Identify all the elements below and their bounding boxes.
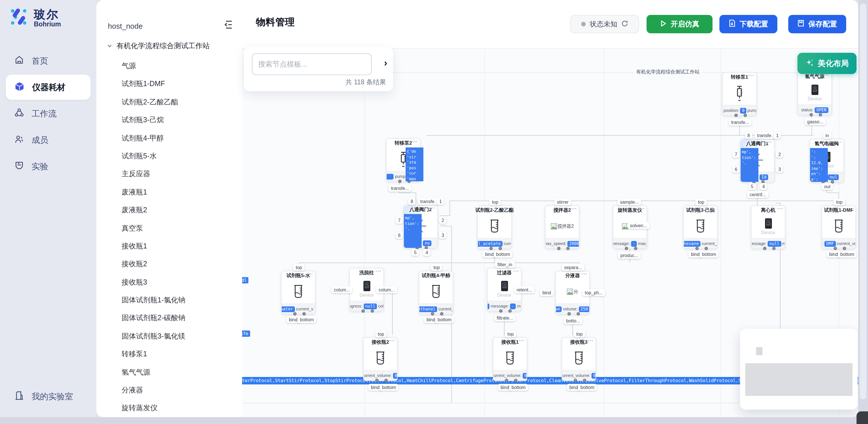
connector-dot[interactable]: › [577,312,580,315]
tree-item[interactable]: 主反应器 [122,165,242,184]
node-menu-icon[interactable]: ••• [848,207,854,211]
port-colum...[interactable]: colum... [331,286,352,293]
connector-dot[interactable]: › [499,247,502,250]
save-config-button[interactable]: 保存配置 [788,15,846,33]
port-4[interactable]: 4 [423,249,431,256]
port-gasso...[interactable]: gasso... [805,118,826,125]
node-menu-icon[interactable]: ••• [429,206,435,210]
port-bottom[interactable]: bottom [838,251,857,258]
node-menu-icon[interactable]: ••• [513,269,519,273]
connector-dot[interactable]: › [634,247,638,250]
flow-node-接收瓶2[interactable]: 接收瓶2•••current_volume:0››topbindbottom [363,337,398,381]
download-config-button[interactable]: 下载配置 [719,15,777,33]
port-transfe.[interactable]: transfe. [754,132,775,139]
connector-dot[interactable]: › [499,309,502,313]
connector-dot[interactable]: › [566,247,570,250]
port-filter_in[interactable]: filter_in [495,261,515,268]
node-menu-icon[interactable]: ••• [445,272,451,276]
flow-node-氢气电磁阀[interactable]: 氢气电磁阀•••Devicestatus:nul':':12.0,ime':en… [809,139,844,182]
connector-dot[interactable]: › [384,379,388,382]
port-bottom[interactable]: bottom [298,316,317,323]
tree-item[interactable]: 接收瓶1 [122,238,242,255]
flow-node-八通阀门2[interactable]: 八通阀门2•••status:nump',tion':'.››8transfe.… [403,205,438,248]
port-bottom[interactable]: bottom [700,251,719,258]
node-menu-icon[interactable]: ••• [571,207,577,211]
port-top[interactable]: top [574,331,585,337]
start-simulation-button[interactable]: 开启仿真 [647,15,713,33]
tree-item[interactable]: 氢气气源 [122,363,242,382]
port-sample...[interactable]: sample... [618,199,641,205]
flow-node-旋转蒸发仪[interactable]: 旋转蒸发仪•••旋转message:-max_››sample...solven… [613,205,647,249]
port-stirrer[interactable]: stirrer [555,199,571,205]
port-separa...[interactable]: separa... [562,264,585,271]
port-bind[interactable]: bind [540,289,554,296]
tree-item[interactable]: 接收瓶3 [122,273,242,292]
port-4[interactable]: 4 [760,183,768,190]
port-top[interactable]: top [695,199,707,205]
tree-item[interactable]: 固体试剂瓶3-氯化镁 [122,328,242,346]
port-6[interactable]: 6 [396,232,403,239]
flow-node-接收瓶1[interactable]: 接收瓶1•••current_volume:0››topbindbottom [493,337,527,381]
tree-item[interactable]: 试剂瓶1-DMF [122,75,242,93]
flow-node-转移泵1[interactable]: 转移泵1••• position:0pump››transfe... [722,72,757,116]
port-top[interactable]: top [431,264,442,271]
port-1[interactable]: 1 [774,132,781,139]
port-2[interactable]: 2 [439,217,447,224]
connector-dot[interactable]: › [293,312,297,315]
sidebar-item-3[interactable]: 成员 [6,127,91,153]
flow-node-转移泵2[interactable]: 转移泵2••• pump_info:{'de'vir'sta'pos'cur'm… [386,138,421,182]
node-menu-icon[interactable]: ••• [519,338,525,342]
port-transfe.[interactable]: transfe. [417,198,438,205]
collapse-panel-icon[interactable] [224,20,234,30]
flow-node-试剂瓶4-甲醇[interactable]: 试剂瓶4-甲醇•••methanolcurrent_››topbindbotto… [419,271,453,314]
port-8[interactable]: 8 [408,198,416,205]
port-bottom[interactable]: bottom [509,384,528,391]
connector-dot[interactable]: › [398,180,402,183]
refresh-icon[interactable] [621,20,628,28]
tree-item[interactable]: 试剂瓶5-水 [122,147,242,165]
sidebar-item-4[interactable]: 实验 [6,154,91,179]
connector-dot[interactable]: › [557,247,560,250]
port-out[interactable]: out [822,183,833,190]
connector-dot[interactable]: › [302,312,306,315]
flow-node-试剂瓶5-水[interactable]: 试剂瓶5-水•••watercurrent_v››topbindbottom [281,271,315,314]
port-6[interactable]: 6 [732,166,740,173]
connector-dot[interactable]: › [744,114,747,117]
port-retent...[interactable]: retent... [514,286,535,293]
status-badge[interactable]: 状态未知 [570,15,639,33]
flow-node-试剂瓶2-乙酸乙酯[interactable]: 试剂瓶2-乙酸乙酯•••hyl_acetatecurre››topbindbot… [477,205,512,249]
minimap-card[interactable] [740,329,858,410]
flow-node-试剂瓶3-己烷[interactable]: 试剂瓶3-己烷•••hexanecurrent_v››topbindbottom [683,205,718,249]
connector-dot[interactable]: › [625,247,628,250]
node-menu-icon[interactable]: ••• [777,207,783,211]
tree-item[interactable]: 气源 [122,57,242,75]
port-1[interactable]: 1 [437,198,444,205]
connector-dot[interactable]: › [505,379,508,382]
port-7[interactable]: 7 [732,151,740,158]
tree-root-node[interactable]: 有机化学流程综合测试工作站 [107,41,210,51]
tree-item[interactable]: 废液瓶2 [122,202,242,219]
connector-dot[interactable]: › [843,247,846,250]
connector-dot[interactable]: › [772,247,776,250]
tree-item[interactable]: 试剂瓶3-己烷 [122,111,242,129]
port-8[interactable]: 8 [745,132,753,139]
flow-node-试剂瓶1-DMF[interactable]: 试剂瓶1-DMF•••e:DMFcurrent_vol››topbindbott… [822,205,856,249]
port-produc...[interactable]: produc... [618,252,641,259]
connector-dot[interactable]: › [371,309,374,313]
port-centrif...[interactable]: centrif... [747,191,769,198]
connector-dot[interactable]: › [362,309,365,313]
port-transfe...[interactable]: transfe... [389,185,411,192]
port-bottom[interactable]: bottom [494,251,513,258]
node-menu-icon[interactable]: ••• [639,207,645,211]
node-menu-icon[interactable]: ••• [748,73,754,78]
connector-dot[interactable]: › [705,247,708,250]
connector-dot[interactable]: › [431,312,434,315]
flow-node-搅拌器2[interactable]: 搅拌器2•••搅拌器2max_speed:2000››stirrer [545,205,580,249]
search-input[interactable] [252,53,372,75]
flow-node-洗脱柱[interactable]: 洗脱柱•••Devicerogress:nullcolu››colum...co… [349,268,384,311]
port-in[interactable]: in [823,132,832,139]
node-menu-icon[interactable]: ••• [389,338,395,342]
connector-dot[interactable]: › [819,113,822,117]
tree-item[interactable]: 废液瓶1 [122,183,242,202]
tree-item[interactable]: 旋转蒸发仪 [122,400,242,417]
